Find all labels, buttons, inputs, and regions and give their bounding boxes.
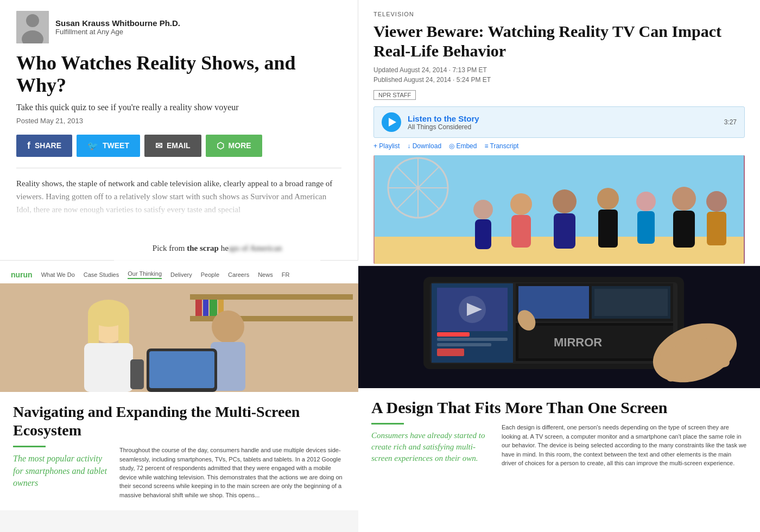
nurun-article-content: Navigating and Expanding the Multi-Scree…: [0, 392, 358, 510]
svg-rect-40: [130, 359, 144, 389]
audio-player: Listen to the Story All Things Considere…: [373, 106, 745, 138]
share-icon: ⬡: [217, 141, 224, 151]
multiscreen-image: MIRROR: [358, 266, 760, 388]
audio-duration: 3:27: [724, 118, 737, 126]
nurun-two-col: The most popular activity for smartphone…: [13, 446, 345, 499]
bottom-left-article: nurun What We Do Case Studies Our Thinki…: [0, 266, 358, 532]
divider: [16, 168, 341, 168]
avatar-image: [16, 11, 49, 43]
svg-rect-11: [475, 219, 491, 249]
svg-rect-15: [554, 213, 575, 249]
share-buttons: f SHARE 🐦 TWEET ✉ EMAIL ⬡ MORE: [16, 135, 341, 157]
blur-overlay: Pick from the scrap heaps of American: [114, 233, 320, 263]
nav-fr-b[interactable]: FR: [282, 271, 290, 278]
twitter-icon: 🐦: [87, 141, 98, 151]
nav-people-b[interactable]: People: [201, 271, 219, 278]
email-share-button[interactable]: ✉ EMAIL: [144, 135, 201, 157]
updated-date: Updated August 24, 2014 · 7:13 PM ET: [373, 66, 745, 74]
nav-delivery[interactable]: Delivery: [170, 271, 192, 278]
article-title: Who Watches Reality Shows, and Why?: [16, 52, 341, 97]
svg-text:MIRROR: MIRROR: [554, 335, 602, 349]
svg-rect-13: [511, 215, 531, 248]
author-info: Susan Krauss Whitbourne Ph.D. Fulfillmen…: [55, 18, 180, 36]
more-label: MORE: [229, 141, 251, 150]
top-left-article: Susan Krauss Whitbourne Ph.D. Fulfillmen…: [0, 0, 358, 261]
nurun-article-title: Navigating and Expanding the Multi-Scree…: [13, 403, 345, 439]
nurun-body-text: Throughout the course of the day, consum…: [119, 446, 345, 499]
nav-case-studies-b[interactable]: Case Studies: [84, 271, 119, 278]
svg-rect-33: [88, 313, 99, 346]
playlist-button[interactable]: + Playlist: [373, 142, 400, 150]
multiscreen-right-col: Each design is different, one person's n…: [502, 423, 747, 468]
article-body: Reality shows, the staple of network and…: [16, 177, 341, 216]
svg-rect-21: [673, 211, 695, 248]
article-date: Posted May 21, 2013: [16, 117, 341, 125]
svg-rect-57: [594, 289, 668, 316]
audio-subtitle: All Things Considered: [408, 123, 718, 131]
svg-rect-17: [598, 210, 618, 248]
multiscreen-content: A Design That Fits More Than One Screen …: [358, 388, 760, 478]
multiscreen-left-col: Consumers have already started to create…: [371, 423, 491, 468]
nurun-logo-bottom: nurun: [11, 270, 33, 279]
twitter-label: TWEET: [103, 141, 129, 150]
multiscreen-title: A Design That Fits More Than One Screen: [371, 398, 747, 417]
truncate-fade: [16, 183, 341, 216]
svg-rect-52: [437, 349, 464, 356]
svg-rect-27: [195, 300, 202, 316]
author-name: Susan Krauss Whitbourne Ph.D.: [55, 18, 180, 28]
svg-rect-23: [707, 212, 726, 245]
svg-point-12: [510, 193, 532, 215]
email-label: EMAIL: [167, 141, 191, 150]
embed-button[interactable]: ◎ Embed: [449, 142, 477, 150]
svg-rect-49: [437, 332, 470, 337]
nav-careers-b[interactable]: Careers: [228, 271, 249, 278]
download-button[interactable]: ↓ Download: [407, 142, 441, 150]
nav-our-thinking-b[interactable]: Our Thinking: [128, 270, 162, 279]
svg-rect-39: [149, 351, 214, 388]
nurun-right-col: Throughout the course of the day, consum…: [119, 446, 345, 499]
audio-controls: + Playlist ↓ Download ◎ Embed ≡ Transcri…: [373, 142, 745, 150]
transcript-button[interactable]: ≡ Transcript: [484, 142, 518, 150]
svg-rect-29: [210, 300, 217, 316]
svg-point-36: [212, 311, 244, 343]
nurun-nav: nurun What We Do Case Studies Our Thinki…: [0, 266, 358, 283]
multiscreen-body-left: Each design is different, one person's n…: [502, 423, 747, 468]
facebook-share-button[interactable]: f SHARE: [16, 135, 72, 157]
top-right-article: TELEVISION Viewer Beware: Watching Reali…: [358, 0, 760, 266]
play-button[interactable]: [382, 112, 401, 132]
svg-rect-51: [437, 343, 491, 346]
multiscreen-pullquote: Consumers have already started to create…: [371, 430, 491, 464]
green-accent-line: [13, 446, 46, 447]
nurun-left-col: The most popular activity for smartphone…: [13, 446, 111, 499]
svg-point-14: [553, 189, 577, 213]
svg-rect-35: [84, 343, 133, 392]
audio-info: Listen to the Story All Things Considere…: [408, 114, 718, 131]
nurun-article-image: [0, 283, 358, 392]
author-badge: NPR STAFF: [373, 90, 416, 100]
svg-rect-28: [203, 300, 208, 316]
facebook-icon: f: [27, 140, 30, 151]
bottom-right-article: MIRROR A Design That Fits More Than One …: [358, 266, 760, 532]
svg-rect-25: [190, 294, 353, 300]
svg-rect-19: [637, 211, 655, 244]
play-icon: [389, 118, 396, 126]
nurun-pullquote: The most popular activity for smartphone…: [13, 453, 111, 489]
email-icon: ✉: [155, 141, 162, 151]
article-subtitle: Take this quick quiz to see if you're re…: [16, 103, 341, 112]
more-share-button[interactable]: ⬡ MORE: [206, 135, 262, 157]
audio-title: Listen to the Story: [408, 114, 718, 123]
author-avatar: [16, 11, 49, 43]
nav-what-we-do-b[interactable]: What We Do: [41, 271, 75, 278]
svg-point-20: [672, 187, 696, 211]
nav-news-b[interactable]: News: [258, 271, 273, 278]
author-subtitle: Fulfillment at Any Age: [55, 28, 180, 36]
green-accent-line-2: [371, 423, 404, 425]
svg-point-16: [597, 188, 619, 210]
svg-rect-50: [437, 338, 508, 341]
twitter-share-button[interactable]: 🐦 TWEET: [77, 135, 140, 157]
multiscreen-two-col: Consumers have already started to create…: [371, 423, 747, 468]
svg-point-10: [473, 200, 493, 219]
category-label: TELEVISION: [373, 11, 745, 17]
npr-title: Viewer Beware: Watching Reality TV Can I…: [373, 22, 745, 61]
author-block: Susan Krauss Whitbourne Ph.D. Fulfillmen…: [16, 11, 341, 43]
